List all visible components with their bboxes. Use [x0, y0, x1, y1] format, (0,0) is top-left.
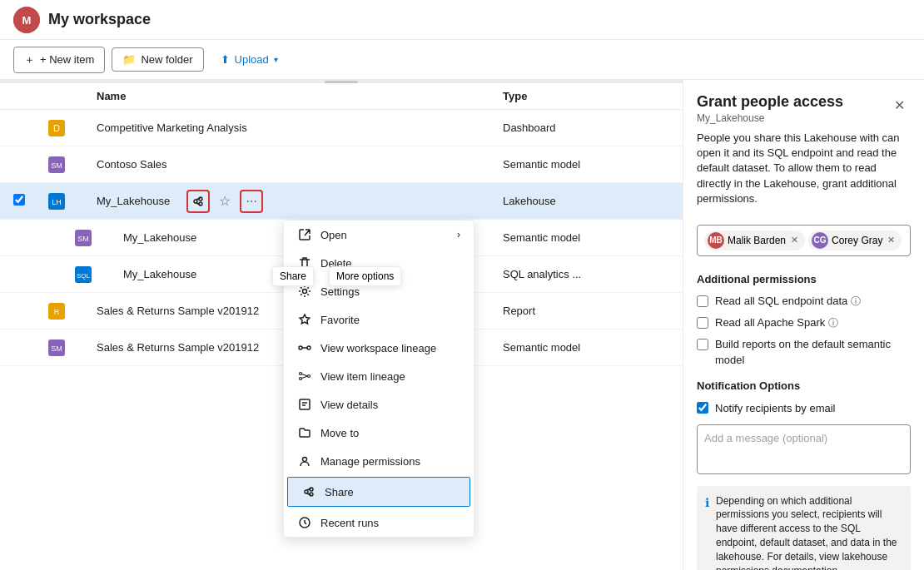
svg-point-18	[307, 346, 310, 349]
details-icon	[297, 397, 312, 412]
menu-label: Open	[320, 229, 347, 241]
submenu-arrow-icon: ›	[457, 229, 460, 240]
upload-button[interactable]: ⬆ Upload ▾	[211, 48, 288, 71]
people-input-box[interactable]: MB Malik Barden ✕ CG Corey Gray ✕	[697, 225, 911, 256]
info-note-text: Depending on which additional permission…	[716, 494, 902, 570]
menu-item-favorite[interactable]: Favorite	[284, 305, 474, 334]
row-checkbox[interactable]	[13, 194, 47, 208]
notify-item: Notify recipients by email	[683, 397, 924, 419]
notify-checkbox[interactable]	[697, 402, 708, 414]
row-type: Semantic model	[503, 158, 669, 171]
notification-section-label: Notification Options	[683, 371, 924, 397]
file-area: Name Type D Competitive Marketing Analys…	[0, 80, 683, 570]
svg-point-16	[303, 290, 307, 294]
table-row: SM Contoso Sales Semantic model	[0, 146, 683, 183]
permission-reports-checkbox[interactable]	[697, 339, 708, 350]
info-note: ℹ Depending on which additional permissi…	[697, 486, 911, 570]
message-input[interactable]: Add a message (optional)	[697, 424, 911, 474]
share-action-button[interactable]	[186, 190, 210, 213]
person-avatar-malik: MB	[708, 232, 724, 249]
svg-rect-22	[300, 399, 310, 409]
permission-reports-label: Build reports on the default semantic mo…	[715, 337, 911, 367]
toolbar: ＋ + New item 📁 New folder ⬆ Upload ▾	[0, 40, 924, 80]
new-item-button[interactable]: ＋ + New item	[13, 47, 105, 73]
permission-sql-item: Read all SQL endpoint data ⓘ	[683, 290, 924, 312]
row-name: Contoso Sales	[97, 158, 503, 171]
menu-item-manage-permissions[interactable]: Manage permissions	[284, 447, 474, 475]
plus-icon: ＋	[24, 52, 35, 67]
row-type: Dashboard	[503, 121, 669, 134]
menu-label: Recent runs	[320, 517, 379, 529]
panel-close-button[interactable]: ✕	[887, 93, 911, 116]
menu-item-item-lineage[interactable]: View item lineage	[284, 362, 474, 390]
message-placeholder: Add a message (optional)	[704, 432, 827, 444]
share-tooltip: Share	[272, 266, 314, 286]
person-avatar-corey: CG	[812, 232, 828, 249]
info-icon-sql[interactable]: ⓘ	[851, 295, 861, 309]
type-col-header: Type	[503, 90, 669, 102]
person-name-malik: Malik Barden	[728, 235, 786, 246]
row-type: Semantic model	[503, 231, 669, 244]
person-chip-malik: MB Malik Barden ✕	[704, 230, 805, 250]
menu-item-recent-runs[interactable]: Recent runs	[284, 508, 474, 537]
row-type: SQL analytics ...	[503, 268, 669, 280]
menu-label: View details	[320, 399, 378, 411]
main-area: Name Type D Competitive Marketing Analys…	[0, 80, 924, 570]
svg-point-21	[308, 375, 310, 378]
svg-text:SM: SM	[51, 344, 62, 353]
panel-header: Grant people access My_Lakehouse ✕	[683, 80, 924, 131]
menu-item-move-to[interactable]: Move to	[284, 419, 474, 447]
menu-item-share[interactable]: Share	[287, 477, 470, 507]
open-icon	[297, 227, 312, 242]
menu-item-view-details[interactable]: View details	[284, 390, 474, 419]
permission-spark-item: Read all Apache Spark ⓘ	[683, 312, 924, 334]
table-row: D Competitive Marketing Analysis Dashboa…	[0, 110, 683, 146]
item-lineage-icon	[297, 369, 312, 384]
menu-item-workspace-lineage[interactable]: View workspace lineage	[284, 334, 474, 362]
menu-label: View workspace lineage	[320, 342, 436, 354]
menu-label: Share	[325, 486, 354, 498]
menu-label: View item lineage	[320, 370, 405, 383]
permission-sql-checkbox[interactable]	[697, 295, 708, 307]
svg-text:D: D	[53, 123, 60, 133]
upload-label: Upload	[235, 53, 269, 66]
info-icon-spark[interactable]: ⓘ	[828, 316, 838, 330]
svg-point-17	[299, 346, 302, 349]
row-icon: LH	[47, 191, 67, 211]
more-options-tooltip: More options	[329, 266, 401, 286]
row-name: My_Lakehouse ☆ ···	[97, 190, 503, 213]
notify-label: Notify recipients by email	[715, 402, 836, 414]
svg-point-19	[300, 373, 302, 375]
row-type: Lakehouse	[503, 195, 669, 207]
row-type: Semantic model	[503, 341, 669, 354]
more-options-button[interactable]: ···	[240, 190, 263, 213]
star-icon	[297, 312, 312, 327]
permission-spark-checkbox[interactable]	[697, 317, 708, 329]
share-menu-icon	[301, 484, 316, 499]
svg-text:SQL: SQL	[77, 272, 91, 280]
move-icon	[297, 425, 312, 440]
svg-text:SM: SM	[51, 161, 62, 170]
remove-corey-button[interactable]: ✕	[887, 235, 895, 245]
row-icon: SM	[73, 228, 93, 248]
favorite-action-button[interactable]: ☆	[213, 190, 236, 213]
remove-malik-button[interactable]: ✕	[791, 235, 798, 245]
svg-point-23	[303, 458, 307, 462]
svg-point-20	[300, 378, 302, 380]
avatar: M	[13, 7, 40, 33]
table-row-active: LH My_Lakehouse ☆ ··· Lakehouse	[0, 183, 683, 220]
row-name: Competitive Marketing Analysis	[97, 121, 503, 134]
row-type: Report	[503, 305, 669, 317]
lineage-icon	[297, 340, 312, 355]
menu-label: Move to	[320, 427, 359, 439]
table-header: Name Type	[0, 83, 683, 110]
header: M My workspace	[0, 0, 924, 40]
menu-label: Settings	[320, 285, 360, 298]
menu-item-open[interactable]: Open ›	[284, 221, 474, 249]
permission-reports-item: Build reports on the default semantic mo…	[683, 334, 924, 370]
ellipsis-icon: ···	[246, 194, 257, 209]
new-folder-button[interactable]: 📁 New folder	[112, 47, 203, 72]
permissions-section-label: Additional permissions	[683, 265, 924, 290]
name-col-header: Name	[97, 90, 503, 102]
svg-text:R: R	[54, 308, 60, 316]
